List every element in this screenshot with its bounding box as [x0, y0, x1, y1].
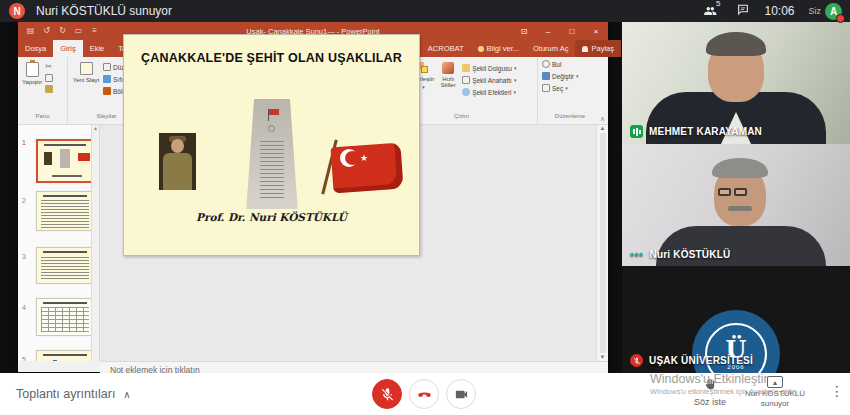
- tab-bilgi-ver-label: Bilgi ver...: [487, 44, 520, 53]
- video-tile-mehmet-karayaman[interactable]: MEHMET KARAYAMAN: [622, 22, 850, 144]
- find-label: Bul: [552, 61, 561, 68]
- dropdown-icon: ▾: [422, 84, 425, 90]
- thumb-title-line: [43, 251, 87, 253]
- shape-outline-button[interactable]: Şekil Anahattı▾: [462, 76, 516, 84]
- slide-thumbnail-panel: 1 2 3 4 5 ▲: [18, 125, 100, 361]
- presenting-name: Nuri KÖSTÜKLÜ: [745, 389, 805, 398]
- save-icon[interactable]: ▤: [26, 27, 35, 36]
- tab-ekle[interactable]: Ekle: [83, 40, 112, 57]
- format-painter-icon[interactable]: [45, 85, 53, 93]
- slide-thumbnail-1[interactable]: [36, 139, 94, 183]
- close-button[interactable]: ×: [584, 22, 608, 40]
- hangup-button[interactable]: [409, 379, 439, 409]
- participants-count: 5: [716, 0, 720, 8]
- share-button[interactable]: Paylaş: [575, 40, 621, 57]
- new-slide-label: Yeni Slayt: [73, 77, 99, 83]
- raise-hand-label: Söz iste: [688, 397, 732, 407]
- thumb-title-line: [43, 302, 87, 304]
- soldier-portrait-image: [159, 133, 196, 190]
- copy-icon[interactable]: [45, 74, 53, 82]
- thumb-flag-image: [78, 153, 90, 161]
- monument-flag: [269, 109, 279, 115]
- tab-bilgi-ver[interactable]: Bilgi ver...: [471, 40, 527, 57]
- new-slide-button[interactable]: Yeni Slayt: [72, 60, 100, 113]
- thumbnail-number: 4: [22, 304, 26, 311]
- slide-thumbnail-2[interactable]: [36, 191, 94, 231]
- quick-styles-button[interactable]: Hızlı Stiller: [437, 60, 459, 113]
- slideshow-icon[interactable]: ▭: [74, 27, 83, 36]
- meet-bottom-bar: Toplantı ayrıntıları ∧ Söz iste ▲ Nuri K…: [0, 373, 850, 415]
- paste-button[interactable]: Yapıştır: [22, 60, 42, 113]
- camera-button[interactable]: [446, 379, 476, 409]
- you-avatar: A: [825, 3, 842, 20]
- quick-access-toolbar: ▤ ↺ ↻ ▭ ≡: [18, 27, 99, 36]
- meeting-details-button[interactable]: Toplantı ayrıntıları ∧: [16, 387, 131, 401]
- monument-crescent: [268, 125, 275, 132]
- replace-button[interactable]: Değiştir▾: [542, 72, 599, 80]
- flag-crescent-inner: [345, 151, 360, 165]
- presenting-indicator[interactable]: ▲ Nuri KÖSTÜKLÜ sunuyor: [742, 376, 808, 409]
- select-icon: [542, 84, 550, 92]
- mute-button[interactable]: [372, 379, 402, 409]
- monument-inscription: [260, 141, 284, 199]
- tab-acrobat[interactable]: ACROBAT: [421, 40, 471, 57]
- maximize-button[interactable]: □: [560, 22, 584, 40]
- cut-icon[interactable]: ✂: [45, 63, 53, 71]
- soldier-torso: [163, 153, 192, 190]
- shape-effects-icon: [462, 88, 470, 96]
- current-slide[interactable]: ÇANAKKALE'DE ŞEHİT OLAN UŞAKLILAR ★ Prof…: [123, 34, 420, 256]
- muted-mic-icon: [630, 354, 643, 367]
- more-options-button[interactable]: ⋮: [830, 383, 844, 399]
- qat-customize-icon[interactable]: ≡: [90, 27, 99, 36]
- shape-fill-label: Şekil Dolgusu: [472, 65, 512, 72]
- scroll-up-icon[interactable]: ▲: [600, 126, 606, 131]
- slide-thumbnail-4[interactable]: [36, 298, 94, 336]
- slide-thumbnail-5[interactable]: [36, 350, 94, 361]
- tab-oturum-ac[interactable]: Oturum Aç: [526, 40, 575, 57]
- thumbnail-number: 3: [22, 253, 26, 260]
- thumbnail-scrollbar[interactable]: ▲: [91, 125, 99, 361]
- you-label: Siz: [808, 6, 821, 16]
- replace-label: Değiştir: [552, 73, 574, 80]
- shape-effects-button[interactable]: Şekil Efektleri▾: [462, 88, 516, 96]
- slide-thumbnail-3[interactable]: [36, 247, 94, 284]
- thumb-soldier-image: [44, 152, 52, 165]
- participant-name: MEHMET KARAYAMAN: [649, 126, 762, 137]
- you-chip[interactable]: Siz A: [808, 3, 842, 20]
- meet-top-bar: N Nuri KÖSTÜKLÜ sunuyor 5 10:06 Siz A: [0, 0, 850, 22]
- chat-icon: [736, 3, 750, 16]
- flag-star: ★: [360, 153, 368, 163]
- scroll-up-icon[interactable]: ▲: [93, 125, 98, 131]
- scroll-down-icon[interactable]: ▼: [600, 355, 606, 360]
- thumb-title-line: [43, 354, 87, 356]
- group-pano: Yapıştır ✂ Pano: [18, 57, 68, 124]
- shape-fill-button[interactable]: Şekil Dolgusu▾: [462, 64, 516, 72]
- select-label: Seç: [552, 85, 563, 92]
- thumb-text-lines: [41, 257, 89, 281]
- minimize-button[interactable]: –: [536, 22, 560, 40]
- participants-button[interactable]: 5: [702, 4, 722, 18]
- scrollbar-track[interactable]: [600, 133, 606, 353]
- presentation-box-icon: ▲: [767, 376, 783, 388]
- collapse-ribbon-button[interactable]: ∧: [600, 115, 605, 123]
- presenting-suffix: sunuyor: [761, 399, 789, 408]
- undo-icon[interactable]: ↺: [42, 27, 51, 36]
- share-label: Paylaş: [591, 44, 614, 53]
- speaking-indicator-icon: [630, 125, 643, 138]
- tab-dosya[interactable]: Dosya: [18, 40, 53, 57]
- paste-label: Yapıştır: [22, 79, 42, 85]
- find-button[interactable]: Bul: [542, 60, 599, 68]
- select-button[interactable]: Seç▾: [542, 84, 599, 92]
- dropdown-icon: ▾: [514, 65, 517, 71]
- redo-icon[interactable]: ↻: [58, 27, 67, 36]
- raise-hand-button[interactable]: Söz iste: [688, 377, 732, 407]
- chat-button[interactable]: [736, 2, 750, 20]
- flag-cloth: [330, 143, 403, 194]
- tab-giris[interactable]: Giriş: [53, 40, 82, 57]
- slide-scrollbar[interactable]: ▲ ▼: [596, 125, 608, 361]
- video-tile-usak-universitesi[interactable]: Ü 2006 UŞAK ÜNİVERSİTESİ: [622, 266, 850, 373]
- ribbon-display-options-button[interactable]: ⊡: [512, 22, 536, 40]
- slide-title: ÇANAKKALE'DE ŞEHİT OLAN UŞAKLILAR: [124, 51, 419, 65]
- video-tile-nuri-kostuklu[interactable]: ••• Nuri KÖSTÜKLÜ: [622, 144, 850, 266]
- shape-fill-icon: [462, 64, 470, 72]
